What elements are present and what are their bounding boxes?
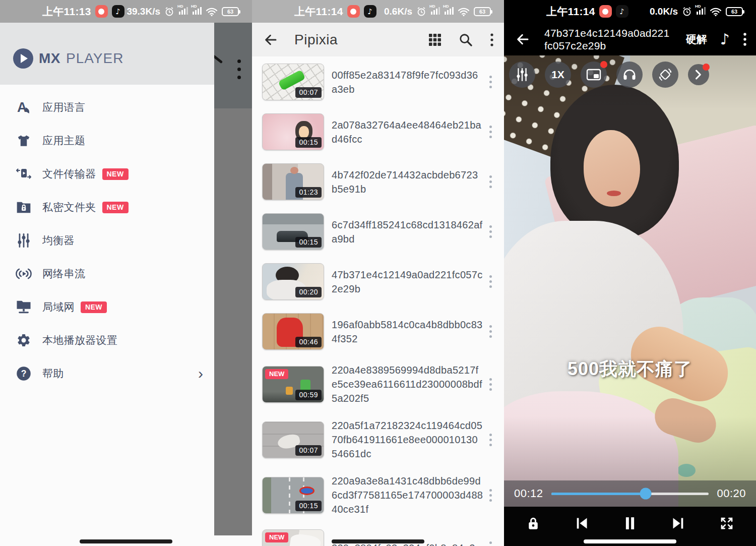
- signal-icon: HD: [430, 6, 440, 17]
- logo-text-mx: MX: [39, 50, 60, 67]
- new-badge: NEW: [265, 369, 288, 379]
- home-indicator[interactable]: [80, 539, 172, 543]
- back-button[interactable]: [263, 32, 278, 47]
- stitched-screenshot: 上午11:13 ♪ 39.3K/s HD HD 63: [0, 0, 756, 546]
- screen-record-icon: [599, 5, 612, 18]
- item-more-button[interactable]: [486, 272, 495, 291]
- video-thumbnail: 00:07: [262, 421, 324, 458]
- duration-badge: 00:15: [295, 501, 322, 511]
- next-button[interactable]: [665, 512, 691, 535]
- signal-icon: HD: [178, 6, 188, 17]
- menu-item-network-stream[interactable]: 网络串流: [0, 257, 214, 290]
- video-row[interactable]: 00:20 47b371e4c12149a0ad221fc057c2e29b: [262, 263, 495, 300]
- previous-button[interactable]: [569, 512, 595, 535]
- duration-badge: 00:07: [295, 87, 322, 98]
- seek-thumb[interactable]: [640, 488, 652, 500]
- wifi-icon: [206, 7, 218, 16]
- item-more-button[interactable]: [486, 486, 495, 505]
- status-bar: 上午11:14 ♪ 0.6K/s HD HD 63: [252, 0, 504, 23]
- equalizer-button[interactable]: [509, 62, 535, 88]
- rotate-screen-button[interactable]: [652, 62, 678, 88]
- video-row[interactable]: 00:15 2a078a32764a4ee48464eb21bad46fcc: [262, 113, 495, 150]
- video-row[interactable]: 00:46 196af0abb5814c0ca4b8dbb0c834f352: [262, 313, 495, 350]
- wifi-icon: [458, 7, 470, 16]
- more-menu-button[interactable]: [743, 32, 747, 47]
- video-row[interactable]: 00:07 00ff85e2a831478f9fe7fc093d36a3eb: [262, 64, 495, 100]
- item-more-button[interactable]: [486, 322, 495, 341]
- menu-item-help[interactable]: ? 帮助 ›: [0, 357, 214, 390]
- video-surface[interactable]: 1X 500我就不痛了 00:12: [504, 55, 756, 507]
- screen-record-icon: [347, 5, 360, 18]
- alarm-icon: [682, 7, 692, 17]
- menu-item-label: 局域网: [42, 300, 75, 314]
- equalizer-icon: [14, 231, 33, 250]
- expand-controls-button[interactable]: [688, 64, 709, 85]
- translate-icon: A: [14, 98, 33, 117]
- video-art: [504, 55, 756, 507]
- signal-icon: HD: [696, 6, 706, 17]
- menu-item-equalizer[interactable]: 均衡器: [0, 224, 214, 257]
- pip-button[interactable]: [581, 62, 607, 88]
- lock-button[interactable]: [520, 512, 546, 535]
- status-time: 上午11:14: [546, 5, 595, 19]
- item-more-button[interactable]: [486, 538, 495, 546]
- back-button[interactable]: [515, 32, 530, 47]
- menu-item-file-transfer[interactable]: 文件传输器 NEW: [0, 157, 214, 191]
- video-name: 6c7d34ff185241c68cd1318462afa9bd: [332, 218, 483, 246]
- home-indicator[interactable]: [584, 539, 676, 543]
- new-badge: NEW: [81, 301, 107, 313]
- audio-output-button[interactable]: [616, 62, 643, 88]
- menu-item-private-folder[interactable]: 私密文件夹 NEW: [0, 191, 214, 224]
- home-indicator[interactable]: [332, 539, 424, 543]
- signal-icon-2: HD: [444, 6, 454, 17]
- seek-bar[interactable]: [551, 493, 709, 495]
- menu-item-label: 私密文件夹: [42, 200, 96, 214]
- net-speed: 0.0K/s: [650, 6, 678, 17]
- decode-mode-button[interactable]: 硬解: [686, 32, 707, 46]
- audio-track-button[interactable]: ♪: [720, 32, 730, 47]
- tiktok-icon: ♪: [112, 5, 124, 18]
- grid-view-button[interactable]: [428, 33, 442, 46]
- video-thumbnail: 00:15: [262, 113, 324, 150]
- status-bar: 上午11:13 ♪ 39.3K/s HD HD 63: [0, 0, 252, 23]
- playback-speed-button[interactable]: 1X: [545, 62, 571, 88]
- drawer-scrim[interactable]: [214, 23, 252, 535]
- status-time: 上午11:13: [42, 5, 91, 19]
- menu-item-app-theme[interactable]: 应用主题: [0, 124, 214, 157]
- fullscreen-button[interactable]: [714, 512, 740, 535]
- item-more-button[interactable]: [486, 172, 495, 191]
- video-row[interactable]: 00:15 6c7d34ff185241c68cd1318462afa9bd: [262, 213, 495, 250]
- item-more-button[interactable]: [486, 431, 495, 449]
- video-row[interactable]: 01:23 4b742f02de714432acbdeb6723b5e91b: [262, 163, 495, 200]
- video-name: 47b371e4c12149a0ad221fc057c2e29b: [332, 268, 483, 296]
- net-speed: 0.6K/s: [384, 6, 412, 17]
- navigation-drawer: MXPLAYER A 应用语言 应用主题: [0, 23, 214, 546]
- mx-player-logo: MXPLAYER: [13, 48, 123, 69]
- item-more-button[interactable]: [486, 73, 495, 91]
- menu-item-lan[interactable]: 局域网 NEW: [0, 290, 214, 324]
- total-time: 00:20: [717, 487, 746, 500]
- pause-button[interactable]: [617, 512, 643, 535]
- video-thumbnail: 01:23: [262, 163, 324, 200]
- menu-item-local-player-settings[interactable]: 本地播放器设置: [0, 324, 214, 357]
- video-row[interactable]: 00:15 220a9a3e8a1431c48dbb6de99d6cd3f775…: [262, 474, 495, 516]
- menu-item-app-language[interactable]: A 应用语言: [0, 91, 214, 124]
- video-row[interactable]: 00:07 220a5f1a72182324c119464cd0570fb641…: [262, 418, 495, 461]
- menu-item-label: 应用主题: [42, 134, 85, 148]
- video-row[interactable]: NEW 220a3804fc03a394af0b8a84e2: [262, 529, 495, 546]
- video-row[interactable]: NEW 00:59 220a4e8389569994d8dba5217fe5ce…: [262, 363, 495, 405]
- menu-item-label: 均衡器: [42, 233, 75, 248]
- panel-video-player: 上午11:14 ♪ 0.0K/s HD 63 47b371e4c12149a0a…: [504, 0, 756, 546]
- duration-badge: 00:20: [295, 287, 322, 297]
- item-more-button[interactable]: [486, 375, 495, 394]
- battery-icon: 63: [474, 7, 491, 16]
- video-thumbnail: 00:46: [262, 313, 324, 350]
- item-more-button[interactable]: [486, 123, 495, 141]
- search-button[interactable]: [459, 33, 473, 47]
- video-name: 220a9a3e8a1431c48dbb6de99d6cd3f77581165e…: [332, 474, 483, 516]
- battery-icon: 63: [222, 7, 239, 16]
- video-thumbnail: 00:07: [262, 64, 324, 100]
- more-menu-button[interactable]: [490, 33, 494, 47]
- item-more-button[interactable]: [486, 222, 495, 241]
- network-stream-icon: [14, 264, 33, 283]
